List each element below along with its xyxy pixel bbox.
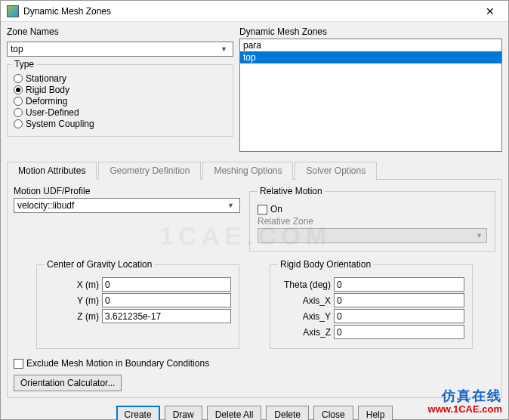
chevron-down-icon: ▼ — [218, 45, 230, 53]
app-icon — [7, 5, 19, 17]
rbo-theta-label: Theta (deg) — [278, 279, 331, 290]
radio-icon — [14, 74, 23, 83]
relative-on-checkbox[interactable]: On — [258, 204, 487, 215]
radio-icon — [14, 85, 23, 94]
motion-udf-label: Motion UDF/Profile — [14, 186, 240, 196]
cog-y-input[interactable]: 0 — [102, 293, 231, 307]
chevron-down-icon: ▼ — [474, 232, 485, 239]
tab-solver-options[interactable]: Solver Options — [295, 162, 377, 180]
dmz-label: Dynamic Mesh Zones — [239, 26, 502, 37]
radio-icon — [14, 97, 23, 106]
cog-x-label: X (m) — [45, 279, 99, 290]
cog-z-label: Z (m) — [45, 311, 99, 322]
delete-all-button[interactable]: Delete All — [207, 406, 262, 420]
rbo-ax-input[interactable]: 0 — [334, 293, 464, 307]
rbo-label: Rigid Body Orientation — [278, 259, 373, 270]
relative-zone-label: Relative Zone — [258, 216, 487, 227]
window-title: Dynamic Mesh Zones — [23, 6, 478, 17]
motion-udf-value: velocity::libudf — [17, 200, 74, 211]
chevron-down-icon: ▼ — [225, 202, 236, 209]
dmz-listbox[interactable]: para top — [239, 39, 502, 152]
tab-meshing-options[interactable]: Meshing Options — [202, 162, 293, 180]
cog-x-input[interactable]: 0 — [102, 277, 231, 292]
cog-y-label: Y (m) — [45, 295, 99, 306]
delete-button[interactable]: Delete — [266, 406, 309, 420]
rbo-ax-label: Axis_X — [278, 295, 331, 306]
rbo-az-label: Axis_Z — [278, 327, 331, 338]
zone-names-combo[interactable]: top ▼ — [7, 42, 233, 57]
dialog-window: Dynamic Mesh Zones ✕ Zone Names top ▼ Ty… — [0, 0, 509, 420]
create-button[interactable]: Create — [116, 406, 160, 420]
rbo-theta-input[interactable]: 0 — [334, 277, 464, 292]
checkbox-icon — [14, 359, 23, 369]
zone-names-label: Zone Names — [7, 26, 233, 37]
zone-names-value: top — [11, 44, 23, 54]
list-item[interactable]: top — [240, 51, 501, 63]
radio-rigid-body[interactable]: Rigid Body — [14, 85, 227, 95]
rbo-ay-input[interactable]: 0 — [334, 309, 464, 323]
tabs: Motion Attributes Geometry Definition Me… — [7, 161, 502, 180]
titlebar: Dynamic Mesh Zones ✕ — [1, 1, 508, 22]
radio-deforming[interactable]: Deforming — [14, 96, 227, 107]
radio-icon — [14, 119, 23, 128]
radio-user-defined[interactable]: User-Defined — [14, 107, 227, 118]
help-button[interactable]: Help — [358, 406, 393, 420]
cog-label: Center of Gravity Location — [45, 259, 154, 270]
cog-z-input[interactable]: 3.621235e-17 — [102, 309, 231, 323]
close-button[interactable]: Close — [313, 406, 353, 420]
motion-udf-combo[interactable]: velocity::libudf ▼ — [14, 198, 240, 213]
relative-zone-combo: ▼ — [258, 228, 487, 243]
type-group-label: Type — [12, 59, 36, 69]
relative-motion-label: Relative Motion — [258, 186, 325, 196]
tab-geometry-definition[interactable]: Geometry Definition — [98, 162, 201, 180]
radio-stationary[interactable]: Stationary — [14, 73, 227, 84]
close-icon[interactable]: ✕ — [478, 3, 502, 20]
dialog-buttons: Create Draw Delete All Delete Close Help — [7, 398, 502, 420]
checkbox-icon — [258, 205, 267, 215]
exclude-checkbox[interactable]: Exclude Mesh Motion in Boundary Conditio… — [14, 358, 495, 369]
list-item[interactable]: para — [240, 39, 501, 51]
orientation-calculator-button[interactable]: Orientation Calculator... — [14, 375, 122, 391]
rbo-ay-label: Axis_Y — [278, 311, 331, 322]
draw-button[interactable]: Draw — [165, 406, 202, 420]
rbo-az-input[interactable]: 0 — [334, 325, 464, 339]
radio-icon — [14, 108, 23, 117]
radio-system-coupling[interactable]: System Coupling — [14, 119, 227, 129]
tab-panel-motion: Motion UDF/Profile velocity::libudf ▼ Re… — [7, 180, 502, 398]
tab-motion-attributes[interactable]: Motion Attributes — [7, 162, 97, 180]
